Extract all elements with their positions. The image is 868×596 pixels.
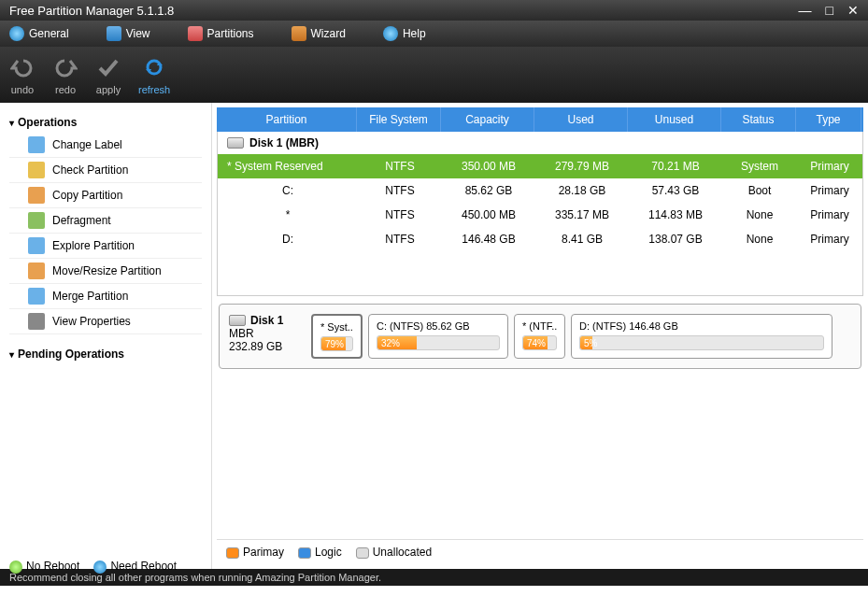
undo-button[interactable]: undo (9, 54, 36, 95)
col-status[interactable]: Status (721, 107, 796, 132)
operation-icon (28, 313, 45, 330)
menu-partitions[interactable]: Partitions (188, 26, 254, 41)
menu-general[interactable]: General (9, 26, 69, 41)
menu-view[interactable]: View (107, 26, 150, 41)
operation-item[interactable]: Explore Partition (9, 234, 202, 259)
col-partition[interactable]: Partition (217, 107, 357, 132)
view-icon (107, 26, 121, 41)
menu-help[interactable]: Help (383, 26, 426, 41)
operation-label: Move/Resize Partition (52, 264, 162, 277)
operation-item[interactable]: Defragment (9, 208, 202, 234)
legend-primary: Parimay (226, 546, 284, 559)
diskmap-pct: 5% (584, 336, 597, 350)
cell-type: Primary (797, 182, 862, 199)
cell-status: None (722, 231, 797, 248)
operation-label: Explore Partition (52, 239, 135, 252)
operations-header[interactable]: Operations (9, 112, 202, 133)
content-footer-legend: Parimay Logic Unallocated (217, 539, 863, 564)
diskmap-info: Disk 1 MBR 232.89 GB (229, 314, 304, 359)
operation-icon (28, 237, 45, 254)
diskmap-partition[interactable]: D: (NTFS) 146.48 GB 5% (571, 314, 832, 359)
operation-label: Change Label (52, 138, 122, 151)
check-icon (95, 54, 121, 80)
cell-partition: D: (218, 231, 358, 248)
operation-item[interactable]: Merge Partition (9, 284, 202, 309)
need-reboot-indicator: Need Reboot (93, 560, 177, 574)
partition-row[interactable]: C: NTFS 85.62 GB 28.18 GB 57.43 GB Boot … (218, 178, 862, 203)
partition-row[interactable]: * NTFS 450.00 MB 335.17 MB 114.83 MB Non… (218, 203, 862, 227)
disk-icon (227, 137, 244, 149)
sidebar: Operations Change LabelCheck PartitionCo… (0, 103, 212, 569)
no-reboot-indicator: No Reboot (9, 560, 79, 574)
pending-operations-header[interactable]: Pending Operations (9, 344, 202, 364)
wizard-icon (292, 26, 306, 41)
cell-capacity: 146.48 GB (442, 231, 535, 248)
cell-fs: NTFS (358, 206, 442, 223)
diskmap-pct: 32% (381, 336, 400, 350)
diskmap-progress: 32% (377, 335, 500, 350)
legend-unallocated: Unallocated (356, 546, 432, 559)
cell-partition: C: (218, 182, 358, 199)
cell-type: Primary (797, 206, 862, 223)
app-title: Free Partition Manager 5.1.1.8 (9, 4, 174, 18)
operation-item[interactable]: Copy Partition (9, 183, 202, 208)
cell-capacity: 85.62 GB (442, 182, 535, 199)
content-area: Partition File System Capacity Used Unus… (212, 103, 868, 569)
operation-icon (28, 212, 45, 229)
cell-used: 279.79 MB (535, 158, 629, 175)
cell-unused: 138.07 GB (629, 231, 722, 248)
col-filesystem[interactable]: File System (357, 107, 441, 132)
operation-icon (28, 187, 45, 204)
diskmap-partition[interactable]: * (NTF... 74% (514, 314, 565, 359)
col-capacity[interactable]: Capacity (441, 107, 534, 132)
operation-label: View Properties (52, 315, 131, 328)
diskmap-pct: 74% (527, 336, 546, 350)
close-button[interactable]: ✕ (847, 3, 859, 18)
diskmap-part-label: * (NTF... (522, 320, 557, 332)
cell-partition: * System Reserved (218, 158, 358, 175)
cell-unused: 57.43 GB (629, 182, 722, 199)
diskmap-progress: 74% (522, 335, 557, 350)
cell-used: 28.18 GB (535, 182, 629, 199)
refresh-button[interactable]: refresh (138, 54, 170, 95)
diskmap-pct: 79% (325, 337, 344, 351)
partition-row[interactable]: * System Reserved NTFS 350.00 MB 279.79 … (218, 154, 862, 178)
operation-icon (28, 162, 45, 178)
apply-button[interactable]: apply (95, 54, 121, 95)
undo-icon (9, 54, 36, 80)
refresh-icon (141, 54, 167, 80)
operation-item[interactable]: Check Partition (9, 158, 202, 183)
cell-capacity: 350.00 MB (442, 158, 535, 175)
diskmap-scheme: MBR (229, 327, 304, 340)
cell-status: System (722, 158, 797, 175)
partition-row[interactable]: D: NTFS 146.48 GB 8.41 GB 138.07 GB None… (218, 227, 862, 251)
table-body: Disk 1 (MBR) * System Reserved NTFS 350.… (217, 132, 863, 296)
col-type[interactable]: Type (796, 107, 861, 132)
operation-label: Defragment (52, 214, 111, 227)
operation-item[interactable]: Move/Resize Partition (9, 259, 202, 284)
cell-status: None (722, 206, 797, 223)
cell-partition: * (218, 206, 358, 223)
menubar: General View Partitions Wizard Help (0, 21, 868, 47)
diskmap-part-label: D: (NTFS) 146.48 GB (579, 320, 824, 332)
disk-header-row[interactable]: Disk 1 (MBR) (218, 132, 862, 154)
diskmap-partition[interactable]: * Syst... 79% (311, 314, 363, 359)
operation-label: Copy Partition (52, 189, 122, 202)
operation-item[interactable]: Change Label (9, 133, 202, 158)
minimize-button[interactable]: — (799, 3, 812, 18)
operation-item[interactable]: View Properties (9, 309, 202, 334)
diskmap-partition[interactable]: C: (NTFS) 85.62 GB 32% (368, 314, 508, 359)
table-header: Partition File System Capacity Used Unus… (217, 107, 863, 132)
cell-type: Primary (797, 158, 862, 175)
diskmap-progress: 79% (320, 336, 353, 351)
legend-logic: Logic (298, 546, 342, 559)
titlebar: Free Partition Manager 5.1.1.8 — □ ✕ (0, 0, 868, 21)
cell-fs: NTFS (358, 158, 442, 175)
gear-icon (9, 26, 24, 41)
col-unused[interactable]: Unused (628, 107, 721, 132)
diskmap-panel: Disk 1 MBR 232.89 GB * Syst... 79% C: (N… (219, 304, 861, 369)
redo-button[interactable]: redo (52, 54, 78, 95)
maximize-button[interactable]: □ (826, 3, 833, 18)
col-used[interactable]: Used (534, 107, 628, 132)
menu-wizard[interactable]: Wizard (292, 26, 346, 41)
